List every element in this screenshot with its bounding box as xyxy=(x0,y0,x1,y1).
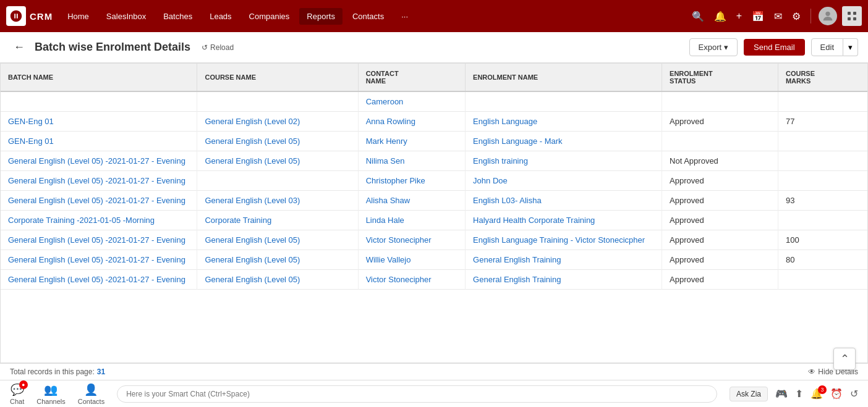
nav-salesinbox[interactable]: SalesInbox xyxy=(99,8,153,25)
scroll-top-button[interactable]: ⌃ xyxy=(833,348,856,370)
eye-icon: 👁 xyxy=(808,367,815,376)
col-header-course: COURSE NAME xyxy=(197,64,358,91)
cell-course[interactable]: General English (Level 03) xyxy=(197,191,358,211)
nav-reports[interactable]: Reports xyxy=(299,8,343,25)
logo-area[interactable]: CRM xyxy=(6,6,53,26)
page-title: Batch wise Enrolment Details xyxy=(35,41,190,54)
cell-enrolment[interactable]: General English Training xyxy=(466,270,662,290)
cell-course[interactable]: General English (Level 05) xyxy=(197,151,358,171)
table-row: General English (Level 05) -2021-01-27 -… xyxy=(1,250,867,270)
cell-course[interactable]: Corporate Training xyxy=(197,211,358,230)
cell-contact[interactable]: Christopher Pike xyxy=(358,171,465,191)
total-label: Total records in this page: xyxy=(10,367,95,376)
table-row: General English (Level 05) -2021-01-27 -… xyxy=(1,230,867,250)
cell-batch xyxy=(1,91,197,112)
nav-icon-group: 🔍 🔔 + 📅 ✉ ⚙ xyxy=(689,6,862,26)
cell-batch[interactable]: General English (Level 05) -2021-01-27 -… xyxy=(1,191,197,211)
cell-enrolment[interactable]: English Language - Mark xyxy=(466,132,662,151)
cell-batch[interactable]: General English (Level 05) -2021-01-27 -… xyxy=(1,250,197,270)
plus-icon[interactable]: + xyxy=(734,8,744,24)
cell-enrolment[interactable]: General English Training xyxy=(466,250,662,270)
gamepad-icon[interactable]: 🎮 xyxy=(775,388,788,400)
col-header-enrolment: ENROLMENT NAME xyxy=(466,64,662,91)
cell-contact[interactable]: Mark Henry xyxy=(358,132,465,151)
cell-contact[interactable]: Willie Vallejo xyxy=(358,250,465,270)
cell-enrolment[interactable]: English Language xyxy=(466,112,662,132)
cell-contact[interactable]: Linda Hale xyxy=(358,211,465,230)
cell-status: Approved xyxy=(662,230,778,250)
cell-enrolment[interactable]: Halyard Health Corporate Training xyxy=(466,211,662,230)
svg-rect-3 xyxy=(848,17,851,20)
history-icon[interactable]: ↺ xyxy=(850,388,858,400)
upload-icon[interactable]: ⬆ xyxy=(795,388,803,400)
bottom-contacts[interactable]: 👤 Contacts xyxy=(78,383,104,405)
svg-rect-1 xyxy=(848,12,851,15)
cell-batch[interactable]: GEN-Eng 01 xyxy=(1,112,197,132)
ask-zia-button[interactable]: Ask Zia xyxy=(730,387,768,401)
reload-button[interactable]: ↺ Reload xyxy=(197,41,239,54)
nav-companies[interactable]: Companies xyxy=(242,8,297,25)
cell-contact[interactable]: Anna Rowling xyxy=(358,112,465,132)
bell-icon[interactable]: 🔔 xyxy=(712,8,729,25)
cell-batch[interactable]: General English (Level 05) -2021-01-27 -… xyxy=(1,230,197,250)
nav-leads[interactable]: Leads xyxy=(202,8,239,25)
table-row: Corporate Training -2021-01-05 -MorningC… xyxy=(1,211,867,230)
cell-batch[interactable]: GEN-Eng 01 xyxy=(1,132,197,151)
cell-batch[interactable]: General English (Level 05) -2021-01-27 -… xyxy=(1,270,197,290)
cell-enrolment[interactable]: English Language Training - Victor Stone… xyxy=(466,230,662,250)
chat-icon: 💬 ● xyxy=(11,383,24,397)
cell-course[interactable]: General English (Level 05) xyxy=(197,250,358,270)
cell-course[interactable]: General English (Level 05) xyxy=(197,230,358,250)
edit-dropdown-button[interactable]: ▾ xyxy=(843,38,858,56)
notification-icon-area[interactable]: 🔔 3 xyxy=(811,388,823,400)
nav-home[interactable]: Home xyxy=(60,8,96,25)
mail-icon[interactable]: ✉ xyxy=(772,8,785,25)
table-row: GEN-Eng 01General English (Level 05)Mark… xyxy=(1,132,867,151)
cell-batch[interactable]: General English (Level 05) -2021-01-27 -… xyxy=(1,171,197,191)
cell-contact[interactable]: Cameroon xyxy=(358,91,465,112)
cell-contact[interactable]: Victor Stonecipher xyxy=(358,230,465,250)
cell-course[interactable]: General English (Level 05) xyxy=(197,132,358,151)
cell-course[interactable]: General English (Level 05) xyxy=(197,270,358,290)
cell-enrolment xyxy=(466,91,662,112)
cell-batch[interactable]: Corporate Training -2021-01-05 -Morning xyxy=(1,211,197,230)
nav-batches[interactable]: Batches xyxy=(156,8,200,25)
cell-course xyxy=(197,171,358,191)
svg-rect-2 xyxy=(853,12,856,15)
bottom-channels[interactable]: 👥 Channels xyxy=(36,383,65,405)
bottom-chat[interactable]: 💬 ● Chat xyxy=(10,383,24,405)
back-button[interactable]: ← xyxy=(10,40,28,55)
cell-status: Approved xyxy=(662,171,778,191)
cell-marks: 77 xyxy=(778,112,867,132)
edit-button-group: Edit ▾ xyxy=(811,38,858,56)
cell-contact[interactable]: Nilima Sen xyxy=(358,151,465,171)
search-icon[interactable]: 🔍 xyxy=(689,8,707,25)
nav-divider xyxy=(811,9,811,23)
nav-contacts[interactable]: Contacts xyxy=(345,8,391,25)
brand-label: CRM xyxy=(30,11,53,22)
clock-icon[interactable]: ⏰ xyxy=(830,388,843,400)
user-avatar[interactable] xyxy=(819,7,837,25)
cell-enrolment[interactable]: English L03- Alisha xyxy=(466,191,662,211)
top-navigation: CRM Home SalesInbox Batches Leads Compan… xyxy=(0,0,868,32)
edit-button[interactable]: Edit xyxy=(811,38,843,56)
export-button[interactable]: Export ▾ xyxy=(689,38,738,56)
cell-contact[interactable]: Victor Stonecipher xyxy=(358,270,465,290)
svg-rect-4 xyxy=(853,17,856,20)
svg-point-0 xyxy=(825,12,830,16)
cell-enrolment[interactable]: John Doe xyxy=(466,171,662,191)
cell-contact[interactable]: Alisha Shaw xyxy=(358,191,465,211)
cell-enrolment[interactable]: English training xyxy=(466,151,662,171)
grid-icon[interactable] xyxy=(842,6,862,26)
settings-icon[interactable]: ⚙ xyxy=(789,8,803,25)
cell-status xyxy=(662,132,778,151)
cell-batch[interactable]: General English (Level 05) -2021-01-27 -… xyxy=(1,151,197,171)
logo-icon xyxy=(6,6,26,26)
cell-status: Approved xyxy=(662,211,778,230)
smart-chat-input[interactable] xyxy=(117,385,717,403)
cell-course[interactable]: General English (Level 02) xyxy=(197,112,358,132)
nav-more[interactable]: ··· xyxy=(394,8,415,25)
cell-marks xyxy=(778,151,867,171)
send-email-button[interactable]: Send Email xyxy=(744,39,804,56)
calendar-icon[interactable]: 📅 xyxy=(749,8,767,25)
